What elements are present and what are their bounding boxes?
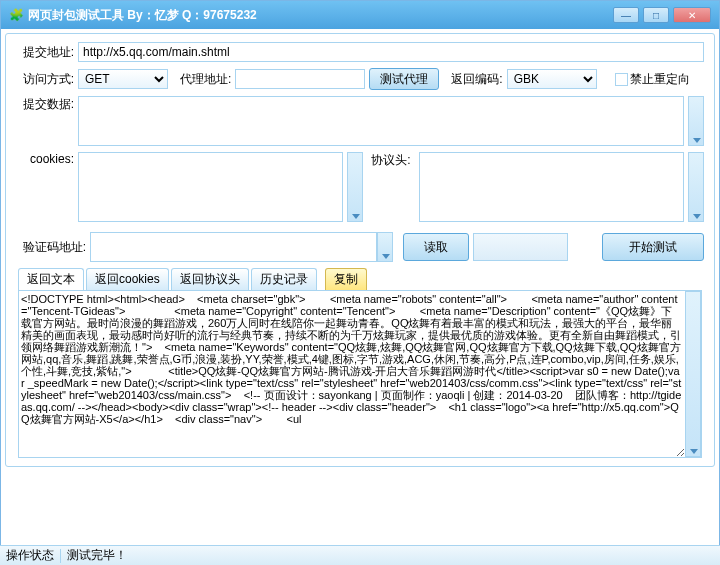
main-panel: 提交地址: 访问方式: GET 代理地址: 测试代理 返回编码: GBK 禁止重…: [5, 33, 715, 467]
result-tabs: 返回文本 返回cookies 返回协议头 历史记录 复制: [16, 268, 704, 290]
scrollbar[interactable]: [685, 291, 701, 457]
captcha-url-input[interactable]: [90, 232, 377, 262]
protocol-header-textarea[interactable]: [419, 152, 684, 222]
window-controls: — □ ✕: [613, 7, 711, 23]
scrollbar[interactable]: [688, 152, 704, 222]
result-textarea[interactable]: <!DOCTYPE html><html><head> <meta charse…: [19, 291, 685, 457]
access-method-label: 访问方式:: [16, 71, 74, 88]
close-button[interactable]: ✕: [673, 7, 711, 23]
scrollbar[interactable]: [377, 232, 393, 262]
status-label: 操作状态: [6, 547, 54, 564]
separator: [60, 549, 61, 563]
tab-return-headers[interactable]: 返回协议头: [171, 268, 249, 290]
tab-history[interactable]: 历史记录: [251, 268, 317, 290]
status-bar: 操作状态 测试完毕！: [0, 545, 720, 565]
copy-button[interactable]: 复制: [325, 268, 367, 290]
no-redirect-checkbox[interactable]: 禁止重定向: [615, 71, 690, 88]
start-test-button[interactable]: 开始测试: [602, 233, 704, 261]
submit-url-input[interactable]: [78, 42, 704, 62]
status-text: 测试完毕！: [67, 547, 127, 564]
submit-data-textarea[interactable]: [78, 96, 684, 146]
cookies-textarea[interactable]: [78, 152, 343, 222]
return-encoding-label: 返回编码:: [451, 71, 502, 88]
return-encoding-select[interactable]: GBK: [507, 69, 597, 89]
submit-url-label: 提交地址:: [16, 44, 74, 61]
protocol-header-label: 协议头:: [371, 152, 410, 222]
captcha-url-label: 验证码地址:: [16, 239, 86, 256]
scrollbar[interactable]: [688, 96, 704, 146]
titlebar: 🧩 网页封包测试工具 By：忆梦 Q：97675232 — □ ✕: [1, 1, 719, 29]
submit-data-label: 提交数据:: [16, 96, 74, 146]
proxy-url-label: 代理地址:: [180, 71, 231, 88]
window-title: 网页封包测试工具 By：忆梦 Q：97675232: [28, 7, 613, 24]
result-panel: <!DOCTYPE html><html><head> <meta charse…: [18, 290, 702, 458]
captcha-image-box: [473, 233, 568, 261]
test-proxy-button[interactable]: 测试代理: [369, 68, 439, 90]
access-method-select[interactable]: GET: [78, 69, 168, 89]
checkbox-icon: [615, 73, 628, 86]
tab-return-text[interactable]: 返回文本: [18, 268, 84, 290]
cookies-label: cookies:: [16, 152, 74, 222]
proxy-url-input[interactable]: [235, 69, 365, 89]
read-button[interactable]: 读取: [403, 233, 469, 261]
scrollbar[interactable]: [347, 152, 363, 222]
tab-return-cookies[interactable]: 返回cookies: [86, 268, 169, 290]
minimize-button[interactable]: —: [613, 7, 639, 23]
app-icon: 🧩: [9, 8, 24, 22]
maximize-button[interactable]: □: [643, 7, 669, 23]
